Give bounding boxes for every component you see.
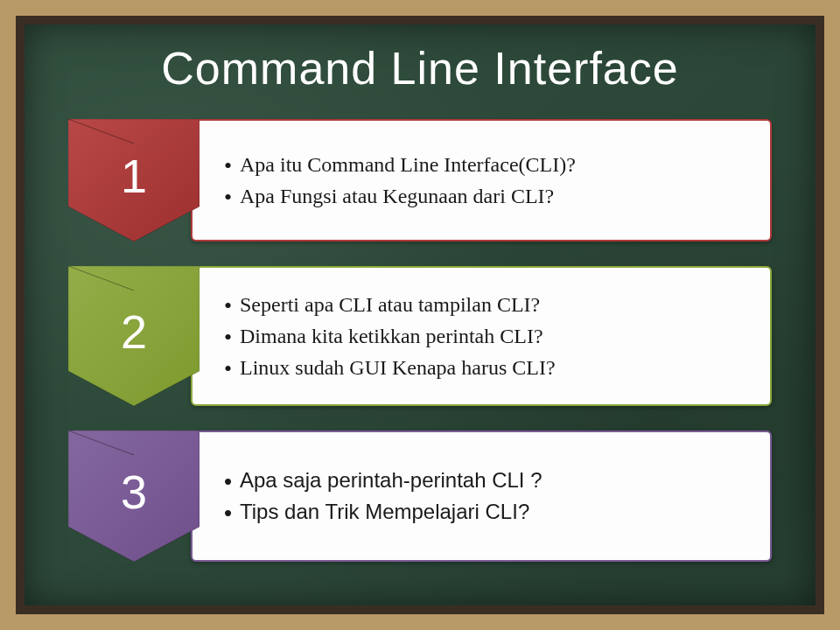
bullet-item: Tips dan Trik Mempelajari CLI?: [224, 496, 751, 528]
agenda-list: 1Apa itu Command Line Interface(CLI)?Apa…: [68, 119, 772, 562]
chalkboard-frame: Command Line Interface 1Apa itu Command …: [16, 16, 824, 614]
bullet-item: Dimana kita ketikkan perintah CLI?: [224, 320, 751, 352]
slide-title: Command Line Interface: [68, 42, 772, 94]
step-number: 3: [121, 465, 147, 519]
content-box-2: Seperti apa CLI atau tampilan CLI?Dimana…: [191, 266, 772, 406]
agenda-row-1: 1Apa itu Command Line Interface(CLI)?Apa…: [68, 119, 772, 242]
step-number: 1: [121, 149, 147, 203]
agenda-row-2: 2Seperti apa CLI atau tampilan CLI?Diman…: [68, 266, 772, 406]
content-box-3: Apa saja perintah-perintah CLI ?Tips dan…: [191, 430, 772, 562]
bullet-item: Apa Fungsi atau Kegunaan dari CLI?: [224, 180, 751, 212]
step-number: 2: [121, 304, 147, 359]
agenda-row-3: 3Apa saja perintah-perintah CLI ?Tips da…: [68, 430, 772, 562]
bullet-item: Linux sudah GUI Kenapa harus CLI?: [224, 352, 751, 383]
chevron-icon: 1: [68, 119, 200, 242]
bullet-item: Seperti apa CLI atau tampilan CLI?: [224, 289, 751, 320]
chevron-icon: 2: [68, 266, 200, 406]
bullet-item: Apa itu Command Line Interface(CLI)?: [224, 149, 751, 180]
chevron-icon: 3: [68, 430, 200, 562]
content-box-1: Apa itu Command Line Interface(CLI)?Apa …: [191, 119, 772, 242]
bullet-item: Apa saja perintah-perintah CLI ?: [224, 465, 751, 496]
